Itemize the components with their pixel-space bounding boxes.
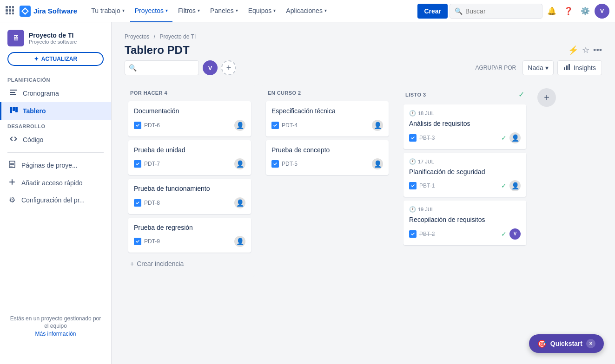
card-id: PDT-8 [144, 200, 160, 206]
more-options-button[interactable]: ••• [593, 46, 602, 55]
page-title: Tablero PDT [125, 44, 568, 57]
card-title: Prueba de funcionamiento [134, 184, 245, 194]
sidebar-item-tablero[interactable]: Tablero [0, 102, 111, 120]
svg-rect-23 [566, 65, 568, 70]
breadcrumb: Proyectos / Proyecto de TI [125, 33, 602, 40]
card-pdt4[interactable]: Especificación técnica PDT-4 👤 [266, 101, 389, 136]
svg-rect-24 [569, 64, 570, 70]
sidebar-project: 🖥 Proyecto de TI Proyecto de software [0, 22, 111, 52]
card-assignee-avatar: 👤 [372, 158, 383, 169]
user-avatar[interactable]: V [595, 4, 609, 19]
sidebar-footer: Estás en un proyecto gestionado por el e… [0, 307, 111, 345]
sidebar-item-cronograma[interactable]: Cronograma [0, 84, 111, 102]
svg-rect-17 [10, 163, 14, 164]
quickstart-icon: 🎯 [537, 339, 547, 348]
board-search-input[interactable] [137, 64, 192, 72]
card-id: PDT-4 [282, 122, 298, 129]
card-title: Prueba de regresión [134, 223, 245, 233]
sidebar-item-config[interactable]: ⚙ Configuración del pr... [0, 192, 111, 208]
card-footer: PDT-6 👤 [134, 120, 245, 131]
sidebar-item-acceso[interactable]: Añadir acceso rápido [0, 174, 111, 192]
svg-rect-10 [10, 90, 17, 91]
card-pbt2[interactable]: 🕐 19 JUL Recopilación de requisitos PBT-… [403, 201, 526, 245]
sidebar-item-paginas[interactable]: Páginas de proye... [0, 156, 111, 174]
nav-filtros[interactable]: Filtros ▾ [173, 0, 205, 22]
clock-icon: 🕐 [409, 206, 416, 213]
card-footer: PBT-1 ✓ 👤 [409, 180, 521, 191]
sidebar-item-label: Añadir acceso rápido [21, 179, 83, 187]
card-id: PBT-1 [419, 182, 435, 189]
group-by-dropdown[interactable]: Nada ▾ [522, 60, 553, 75]
help-button[interactable]: ❓ [561, 4, 576, 19]
breadcrumb-separator: / [154, 33, 155, 40]
sidebar: 🖥 Proyecto de TI Proyecto de software ✦ … [0, 22, 112, 364]
update-button[interactable]: ✦ ACTUALIZAR [7, 52, 104, 66]
nav-proyectos[interactable]: Proyectos ▾ [130, 0, 172, 22]
chevron-icon: ▾ [165, 8, 168, 13]
svg-rect-12 [10, 94, 16, 95]
nav-tu-trabajo[interactable]: Tu trabajo ▾ [86, 0, 129, 22]
column-header-in-progress: EN CURSO 2 [266, 90, 389, 96]
notifications-button[interactable]: 🔔 [544, 4, 559, 19]
nav-equipos[interactable]: Equipos ▾ [244, 0, 281, 22]
card-date-value: 18 JUL [418, 110, 434, 116]
chevron-icon: ▾ [122, 8, 125, 13]
card-check-done-icon: ✓ [501, 134, 507, 142]
card-date-value: 17 JUL [418, 159, 434, 164]
board: POR HACER 4 Documentación PDT-6 👤 [125, 84, 602, 277]
search-icon: 🔍 [455, 7, 463, 15]
svg-rect-8 [12, 13, 14, 14]
svg-rect-13 [10, 107, 12, 113]
breadcrumb-root[interactable]: Proyectos [125, 33, 149, 40]
project-name: Proyecto de TI [29, 32, 77, 39]
card-date-value: 19 JUL [418, 207, 434, 212]
chevron-icon: ▾ [273, 8, 276, 13]
quickstart-button[interactable]: 🎯 Quickstart × [529, 334, 604, 353]
search-box[interactable]: 🔍 [450, 4, 542, 19]
card-pdt6[interactable]: Documentación PDT-6 👤 [128, 101, 251, 136]
create-issue-link[interactable]: + Crear incidencia [128, 256, 251, 271]
nav-paneles[interactable]: Paneles ▾ [205, 0, 243, 22]
logo[interactable]: Jira Software [20, 6, 77, 17]
breadcrumb-current: Proyecto de TI [159, 33, 196, 40]
card-id: PBT-2 [419, 231, 435, 237]
sidebar-item-codigo[interactable]: Código [0, 131, 111, 149]
card-assignee-avatar: 👤 [234, 236, 245, 247]
timeline-icon [9, 88, 18, 98]
svg-rect-15 [15, 107, 18, 112]
svg-rect-18 [10, 164, 14, 165]
insights-button[interactable]: Insights [557, 60, 602, 75]
task-icon [134, 199, 141, 207]
card-title: Análisis de requisitos [409, 119, 521, 129]
card-pdt5[interactable]: Prueba de concepto PDT-5 👤 [266, 140, 389, 176]
card-id: PDT-9 [144, 238, 160, 245]
add-column-button[interactable]: + [537, 88, 556, 107]
card-pdt7[interactable]: Prueba de unidad PDT-7 👤 [128, 140, 251, 176]
card-pbt3[interactable]: 🕐 18 JUL Análisis de requisitos PBT-3 ✓ … [403, 104, 526, 149]
search-input[interactable] [465, 7, 530, 15]
star-board-button[interactable]: ☆ [582, 45, 589, 55]
card-pbt1[interactable]: 🕐 17 JUL Planificación de seguridad PBT-… [403, 153, 526, 197]
desarrollo-section-label: DESARROLLO [0, 120, 111, 131]
add-member-button[interactable]: + [221, 60, 236, 75]
svg-rect-11 [10, 92, 15, 93]
task-icon [409, 182, 417, 189]
card-pdt9[interactable]: Prueba de regresión PDT-9 👤 [128, 218, 251, 253]
clock-icon: 🕐 [409, 110, 416, 117]
settings-button[interactable]: ⚙️ [578, 4, 593, 19]
board-toolbar: 🔍 V + AGRUPAR POR Nada ▾ Insights [125, 60, 602, 75]
project-type: Proyecto de software [29, 39, 77, 45]
quickstart-close-icon[interactable]: × [586, 339, 595, 348]
bolt-icon-button[interactable]: ⚡ [568, 45, 578, 55]
board-search-box[interactable]: 🔍 [125, 60, 199, 75]
grid-icon[interactable] [6, 6, 14, 16]
svg-rect-0 [6, 6, 8, 8]
clock-icon: 🕐 [409, 158, 416, 165]
sidebar-footer-link[interactable]: Más información [35, 331, 76, 337]
project-info: Proyecto de TI Proyecto de software [29, 32, 77, 45]
nav-aplicaciones[interactable]: Aplicaciones ▾ [281, 0, 331, 22]
card-assignee-avatar: 👤 [509, 132, 521, 143]
card-pdt8[interactable]: Prueba de funcionamiento PDT-8 👤 [128, 179, 251, 214]
board-avatar-v[interactable]: V [203, 60, 218, 75]
create-button[interactable]: Crear [417, 4, 448, 19]
